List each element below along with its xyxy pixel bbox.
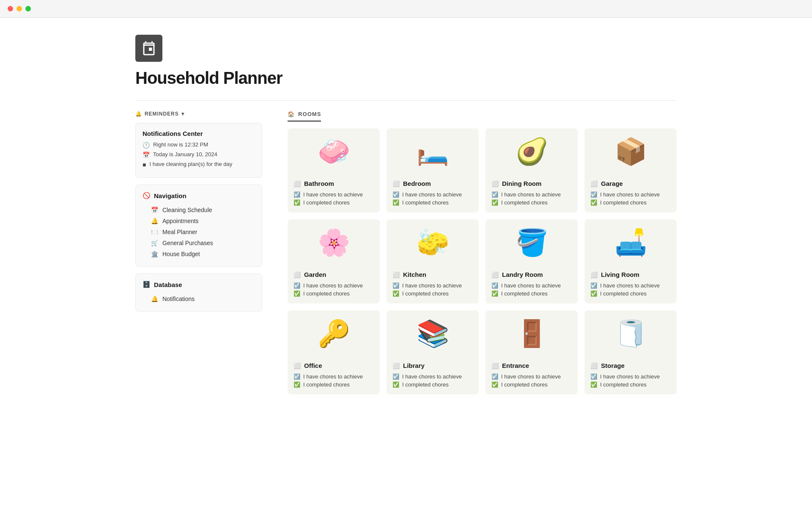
room-card-dining-room[interactable]: 🥑 ⬜ Dining Room ☑️ I have chores to achi… <box>486 128 578 213</box>
checkbox-unchecked-icon: ☑️ <box>590 282 597 289</box>
notif-cleaning-text: I have cleaning plan(s) for the day <box>149 161 232 167</box>
room-name-text: Landry Room <box>502 271 543 278</box>
calendar-icon <box>141 41 156 56</box>
room-card-kitchen[interactable]: 🧽 ⬜ Kitchen ☑️ I have chores to achieve … <box>387 219 479 304</box>
chore-completed: ✅ I completed chores <box>392 290 473 297</box>
room-card-living-room[interactable]: 🛋️ ⬜ Living Room ☑️ I have chores to ach… <box>584 219 677 304</box>
room-emoji: 🥑 <box>486 128 578 175</box>
appointments-label: Appointments <box>162 218 199 224</box>
chore-completed: ✅ I completed chores <box>392 381 473 388</box>
page-icon <box>135 35 162 62</box>
room-card-body: ⬜ Landry Room ☑️ I have chores to achiev… <box>486 266 578 304</box>
chore-achieve-text: I have chores to achieve <box>303 191 363 198</box>
chore-completed-text: I completed chores <box>303 381 350 388</box>
room-page-icon: ⬜ <box>491 271 499 278</box>
room-card-library[interactable]: 📚 ⬜ Library ☑️ I have chores to achieve … <box>387 310 479 395</box>
sidebar-item-meal-planner[interactable]: 🍽️ Meal Planner <box>143 226 255 237</box>
room-emoji: 🛋️ <box>584 219 677 266</box>
navigation-title: 🚫 Navigation <box>143 192 255 199</box>
room-card-entrance[interactable]: 🚪 ⬜ Entrance ☑️ I have chores to achieve… <box>486 310 578 395</box>
checkbox-checked-icon: ✅ <box>392 199 399 206</box>
room-card-body: ⬜ Dining Room ☑️ I have chores to achiev… <box>486 175 578 213</box>
room-card-garage[interactable]: 📦 ⬜ Garage ☑️ I have chores to achieve ✅… <box>584 128 677 213</box>
chore-achieve: ☑️ I have chores to achieve <box>294 191 374 198</box>
room-card-body: ⬜ Storage ☑️ I have chores to achieve ✅ … <box>584 357 677 395</box>
room-card-garden[interactable]: 🌸 ⬜ Garden ☑️ I have chores to achieve ✅… <box>288 219 380 304</box>
room-card-storage[interactable]: 🧻 ⬜ Storage ☑️ I have chores to achieve … <box>584 310 677 395</box>
room-card-landry-room[interactable]: 🪣 ⬜ Landry Room ☑️ I have chores to achi… <box>486 219 578 304</box>
room-card-body: ⬜ Library ☑️ I have chores to achieve ✅ … <box>387 357 479 395</box>
checkbox-checked-icon: ✅ <box>392 381 399 388</box>
room-name: ⬜ Storage <box>590 362 671 369</box>
chore-achieve: ☑️ I have chores to achieve <box>294 282 374 289</box>
room-emoji: 🧽 <box>387 219 479 266</box>
chore-completed: ✅ I completed chores <box>590 381 671 388</box>
chore-achieve-text: I have chores to achieve <box>303 282 363 289</box>
chore-achieve: ☑️ I have chores to achieve <box>491 373 572 380</box>
room-page-icon: ⬜ <box>590 271 598 278</box>
sidebar-item-general-purchases[interactable]: 🛒 General Purchases <box>143 237 255 248</box>
notifications-center-title: Notifications Center <box>143 130 255 137</box>
sidebar-item-notifications[interactable]: 🔔 Notifications <box>143 293 255 304</box>
room-page-icon: ⬜ <box>590 362 598 369</box>
meal-planner-icon: 🍽️ <box>151 229 158 235</box>
checkbox-unchecked-icon: ☑️ <box>491 282 498 289</box>
chore-achieve-text: I have chores to achieve <box>402 282 462 289</box>
maximize-button[interactable] <box>25 6 31 11</box>
cleaning-schedule-icon: 📅 <box>151 207 158 213</box>
close-button[interactable] <box>8 6 13 11</box>
room-page-icon: ⬜ <box>294 271 301 278</box>
checkbox-unchecked-icon: ☑️ <box>392 282 399 289</box>
room-card-body: ⬜ Entrance ☑️ I have chores to achieve ✅… <box>486 357 578 395</box>
navigation-icon: 🚫 <box>143 192 151 199</box>
sidebar-item-appointments[interactable]: 🔔 Appointments <box>143 215 255 226</box>
room-emoji: 📦 <box>584 128 677 175</box>
room-card-bathroom[interactable]: 🧼 ⬜ Bathroom ☑️ I have chores to achieve… <box>288 128 380 213</box>
layout: 🔔 REMINDERS ▾ Notifications Center 🕛 Rig… <box>135 111 677 395</box>
room-name: ⬜ Dining Room <box>491 180 572 187</box>
room-name-text: Garden <box>304 271 326 278</box>
meal-planner-label: Meal Planner <box>162 229 198 235</box>
chore-achieve-text: I have chores to achieve <box>402 373 462 380</box>
minimize-button[interactable] <box>16 6 22 11</box>
checkbox-checked-icon: ✅ <box>392 290 399 297</box>
room-name-text: Office <box>304 362 322 369</box>
room-name-text: Kitchen <box>403 271 426 278</box>
cleaning-schedule-label: Cleaning Schedule <box>162 207 212 213</box>
notifications-center-card: Notifications Center 🕛 Right now is 12:3… <box>135 123 262 178</box>
room-card-bedroom[interactable]: 🛏️ ⬜ Bedroom ☑️ I have chores to achieve… <box>387 128 479 213</box>
room-name-text: Dining Room <box>502 180 541 187</box>
chevron-down-icon[interactable]: ▾ <box>181 111 184 117</box>
appointments-icon: 🔔 <box>151 218 158 224</box>
room-name-text: Living Room <box>601 271 639 278</box>
database-title: 🗄️ Database <box>143 281 255 288</box>
room-name: ⬜ Entrance <box>491 362 572 369</box>
database-icon: 🗄️ <box>143 281 151 288</box>
room-name: ⬜ Bathroom <box>294 180 374 187</box>
room-name: ⬜ Living Room <box>590 271 671 278</box>
chore-achieve-text: I have chores to achieve <box>600 191 660 198</box>
room-emoji: 🪣 <box>486 219 578 266</box>
room-emoji: 🧻 <box>584 310 677 357</box>
notifications-label: Notifications <box>162 295 195 302</box>
checkbox-checked-icon: ✅ <box>491 381 498 388</box>
chore-completed-text: I completed chores <box>600 290 647 297</box>
chore-achieve-text: I have chores to achieve <box>501 282 561 289</box>
checkbox-checked-icon: ✅ <box>590 199 597 206</box>
notif-date: 📅 Today is January 10, 2024 <box>143 151 255 158</box>
room-name: ⬜ Bedroom <box>392 180 473 187</box>
checkbox-unchecked-icon: ☑️ <box>590 191 597 198</box>
sidebar-item-cleaning-schedule[interactable]: 📅 Cleaning Schedule <box>143 204 255 215</box>
room-emoji: 🚪 <box>486 310 578 357</box>
sidebar-item-house-budget[interactable]: 🏛️ House Budget <box>143 248 255 260</box>
chore-achieve-text: I have chores to achieve <box>600 373 660 380</box>
chore-achieve-text: I have chores to achieve <box>501 191 561 198</box>
checkbox-unchecked-icon: ☑️ <box>491 373 498 380</box>
chore-achieve: ☑️ I have chores to achieve <box>491 282 572 289</box>
chore-completed: ✅ I completed chores <box>590 199 671 206</box>
room-page-icon: ⬜ <box>590 180 598 187</box>
room-card-office[interactable]: 🔑 ⬜ Office ☑️ I have chores to achieve ✅… <box>288 310 380 395</box>
checkbox-unchecked-icon: ☑️ <box>294 191 300 198</box>
chore-completed: ✅ I completed chores <box>491 199 572 206</box>
room-card-body: ⬜ Kitchen ☑️ I have chores to achieve ✅ … <box>387 266 479 304</box>
